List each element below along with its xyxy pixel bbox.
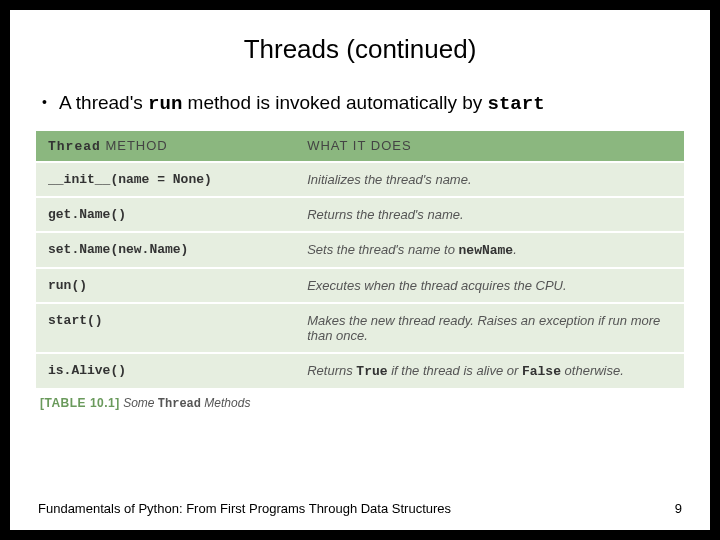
bullet-dot-icon: • xyxy=(42,94,47,110)
bullet-text: A thread's run method is invoked automat… xyxy=(59,91,545,117)
desc-cell: Executes when the thread acquires the CP… xyxy=(295,268,684,303)
bullet-code-run: run xyxy=(148,93,182,115)
method-cell: __init__(name = None) xyxy=(36,162,295,197)
slide: Threads (continued) • A thread's run met… xyxy=(10,10,710,530)
table-header-method: Thread METHOD xyxy=(36,131,295,162)
bullet-item: • A thread's run method is invoked autom… xyxy=(38,91,682,117)
table-header-desc: WHAT IT DOES xyxy=(295,131,684,162)
desc-cell: Initializes the thread's name. xyxy=(295,162,684,197)
method-cell: set.Name(new.Name) xyxy=(36,232,295,268)
thread-methods-table: Thread METHOD WHAT IT DOES __init__(name… xyxy=(36,131,684,388)
table-row: start()Makes the new thread ready. Raise… xyxy=(36,303,684,353)
table-row: is.Alive()Returns True if the thread is … xyxy=(36,353,684,388)
table-caption: [TABLE 10.1] Some Thread Methods xyxy=(36,396,684,411)
bullet-prefix: A thread's xyxy=(59,92,148,113)
footer-left: Fundamentals of Python: From First Progr… xyxy=(38,501,451,516)
table-row: set.Name(new.Name)Sets the thread's name… xyxy=(36,232,684,268)
page-number: 9 xyxy=(675,501,682,516)
page-title: Threads (continued) xyxy=(38,34,682,65)
method-cell: is.Alive() xyxy=(36,353,295,388)
desc-cell: Returns the thread's name. xyxy=(295,197,684,232)
table-row: run()Executes when the thread acquires t… xyxy=(36,268,684,303)
header-rest: METHOD xyxy=(101,138,168,153)
header-code: Thread xyxy=(48,139,101,154)
table-row: get.Name()Returns the thread's name. xyxy=(36,197,684,232)
caption-tag: [TABLE 10.1] xyxy=(40,396,120,410)
caption-code: Thread xyxy=(158,397,201,411)
caption-pre: Some xyxy=(120,396,158,410)
table-body: __init__(name = None)Initializes the thr… xyxy=(36,162,684,388)
bullet-code-start: start xyxy=(488,93,545,115)
method-cell: start() xyxy=(36,303,295,353)
table-header-row: Thread METHOD WHAT IT DOES xyxy=(36,131,684,162)
table-figure: Thread METHOD WHAT IT DOES __init__(name… xyxy=(36,131,684,411)
desc-cell: Sets the thread's name to newName. xyxy=(295,232,684,268)
caption-post: Methods xyxy=(201,396,250,410)
desc-cell: Makes the new thread ready. Raises an ex… xyxy=(295,303,684,353)
method-cell: get.Name() xyxy=(36,197,295,232)
table-row: __init__(name = None)Initializes the thr… xyxy=(36,162,684,197)
bullet-mid: method is invoked automatically by xyxy=(182,92,487,113)
desc-cell: Returns True if the thread is alive or F… xyxy=(295,353,684,388)
method-cell: run() xyxy=(36,268,295,303)
footer: Fundamentals of Python: From First Progr… xyxy=(38,501,682,516)
